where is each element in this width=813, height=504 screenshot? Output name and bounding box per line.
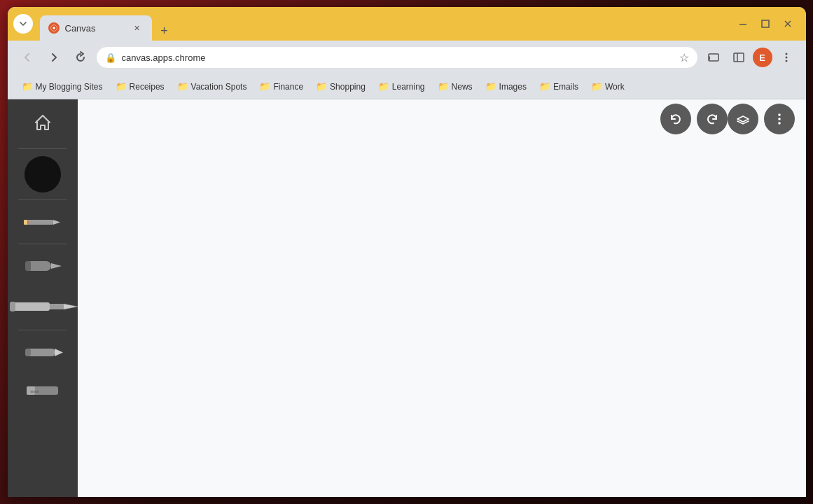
bookmark-work[interactable]: 📁 Work (585, 78, 630, 94)
window-controls (733, 14, 798, 34)
svg-rect-2 (762, 20, 769, 27)
bookmarks-bar: 📁 My Blogging Sites 📁 Receipes 📁 Vacatio… (8, 74, 806, 99)
back-button[interactable] (16, 46, 39, 69)
title-bar: Canvas ✕ + (8, 7, 806, 41)
svg-rect-18 (11, 302, 50, 311)
svg-point-9 (785, 57, 787, 59)
content-area: ≡≡≡ (8, 99, 806, 497)
svg-point-10 (785, 60, 787, 62)
bookmark-my-blogging-sites[interactable]: 📁 My Blogging Sites (16, 78, 109, 94)
eraser-tool[interactable]: ≡≡≡ (18, 372, 67, 407)
svg-point-30 (778, 113, 781, 116)
tool-separator-3 (18, 244, 67, 244)
svg-point-31 (778, 118, 781, 120)
bookmark-label: Vacation Spots (191, 82, 247, 92)
bookmark-shopping[interactable]: 📁 Shopping (310, 78, 371, 94)
tool-separator-2 (18, 200, 67, 200)
address-text: canvas.apps.chrome (122, 52, 674, 63)
svg-point-8 (785, 53, 787, 55)
chrome-menu-button[interactable] (775, 46, 798, 69)
color-picker-tool[interactable] (25, 156, 61, 192)
svg-point-32 (778, 122, 781, 125)
canvas-area (78, 99, 806, 497)
svg-text:≡≡≡: ≡≡≡ (30, 389, 39, 394)
bookmark-label: Work (605, 82, 625, 92)
bookmark-label: Learning (392, 82, 425, 92)
bookmark-label: Finance (273, 82, 303, 92)
svg-marker-16 (51, 263, 62, 269)
folder-icon: 📁 (22, 81, 33, 92)
refresh-button[interactable] (69, 46, 92, 69)
layers-button[interactable] (728, 104, 758, 134)
svg-rect-13 (24, 220, 27, 225)
redo-button[interactable] (697, 104, 728, 134)
bookmark-star-icon[interactable]: ☆ (679, 51, 689, 64)
folder-icon: 📁 (485, 81, 496, 92)
bookmark-images[interactable]: 📁 Images (480, 78, 532, 94)
bookmark-label: Receipes (130, 82, 165, 92)
fountain-pen-tool[interactable] (8, 285, 78, 327)
bookmark-finance[interactable]: 📁 Finance (253, 78, 309, 94)
profile-letter: E (759, 52, 765, 63)
bookmark-label: Emails (553, 82, 578, 92)
folder-icon: 📁 (591, 81, 602, 92)
folder-icon: 📁 (116, 81, 127, 92)
tab-favicon (48, 22, 60, 34)
canvas-drawing-area[interactable] (78, 139, 806, 497)
security-icon: 🔒 (105, 52, 116, 63)
folder-icon: 📁 (316, 81, 327, 92)
svg-marker-25 (55, 349, 63, 356)
svg-rect-23 (10, 302, 15, 312)
bookmark-label: Images (499, 82, 527, 92)
tab-title: Canvas (65, 23, 125, 34)
bookmark-receipes[interactable]: 📁 Receipes (110, 78, 170, 94)
tab-close-button[interactable]: ✕ (131, 22, 144, 34)
forward-button[interactable] (43, 46, 65, 69)
tool-separator-4 (18, 330, 67, 330)
active-tab[interactable]: Canvas ✕ (40, 15, 152, 41)
folder-icon: 📁 (177, 81, 188, 92)
tab-bar: Canvas ✕ + (40, 7, 728, 41)
folder-icon: 📁 (378, 81, 389, 92)
svg-rect-11 (25, 220, 53, 225)
highlighter-tool[interactable] (18, 335, 67, 370)
maximize-button[interactable] (756, 14, 775, 34)
bookmark-label: News (452, 82, 473, 92)
marker-tool[interactable] (18, 248, 67, 284)
bookmark-emails[interactable]: 📁 Emails (534, 78, 584, 94)
canvas-toolbar-center (660, 104, 728, 134)
svg-rect-1 (739, 24, 746, 25)
svg-marker-12 (53, 220, 60, 225)
nav-right-buttons: E (702, 46, 798, 69)
bookmark-label: Shopping (330, 82, 366, 92)
close-button[interactable] (778, 14, 798, 34)
cast-button[interactable] (702, 46, 725, 69)
minimize-button[interactable] (733, 14, 753, 34)
address-bar[interactable]: 🔒 canvas.apps.chrome ☆ (96, 46, 698, 69)
profile-button[interactable]: E (753, 48, 772, 67)
browser-window: Canvas ✕ + (8, 7, 806, 497)
tool-separator-1 (18, 148, 67, 149)
home-tool-button[interactable] (25, 105, 60, 140)
tab-dropdown-button[interactable] (13, 14, 33, 34)
folder-icon: 📁 (539, 81, 550, 92)
svg-rect-6 (734, 53, 744, 62)
left-toolbar: ≡≡≡ (8, 99, 78, 497)
undo-button[interactable] (660, 104, 691, 134)
bookmark-label: My Blogging Sites (36, 82, 103, 92)
new-tab-button[interactable]: + (155, 21, 174, 41)
nav-bar: 🔒 canvas.apps.chrome ☆ E (8, 41, 806, 74)
svg-rect-14 (27, 221, 29, 224)
canvas-toolbar-right (728, 104, 795, 134)
canvas-toolbar (78, 99, 806, 139)
bookmark-learning[interactable]: 📁 Learning (373, 78, 431, 94)
bookmark-vacation-spots[interactable]: 📁 Vacation Spots (172, 78, 253, 94)
more-options-button[interactable] (764, 104, 795, 134)
svg-rect-26 (25, 349, 31, 356)
svg-rect-17 (25, 261, 31, 271)
folder-icon: 📁 (259, 81, 270, 92)
folder-icon: 📁 (438, 81, 449, 92)
bookmark-news[interactable]: 📁 News (432, 78, 478, 94)
sidebar-toggle-button[interactable] (728, 46, 750, 69)
pencil-tool[interactable] (18, 204, 67, 239)
